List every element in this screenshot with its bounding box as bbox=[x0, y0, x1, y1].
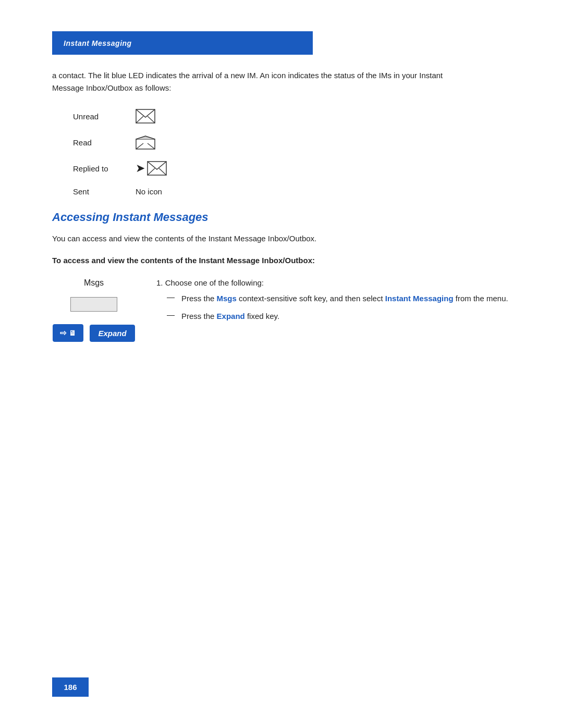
step-number: 1. Choose one of the following: bbox=[156, 278, 511, 287]
procedure-area: Msgs ⇨ 🖥 Expand 1. Choose one of the fol… bbox=[52, 278, 511, 342]
bullet-item-1: — Press the Msgs context-sensitive soft … bbox=[167, 292, 511, 305]
bullet-dash-1: — bbox=[167, 292, 177, 305]
expand-highlight: Expand bbox=[217, 312, 245, 320]
intro-paragraph: a contact. The lit blue LED indicates th… bbox=[52, 69, 448, 94]
icon-row-replied: Replied to ➤ bbox=[73, 161, 511, 176]
header-banner: Instant Messaging bbox=[52, 31, 313, 55]
svg-rect-3 bbox=[136, 139, 155, 149]
msgs-highlight: Msgs bbox=[217, 294, 237, 303]
read-envelope-icon bbox=[136, 135, 155, 150]
replied-envelope-icon bbox=[147, 161, 167, 176]
nav-button[interactable]: ⇨ 🖥 bbox=[53, 324, 83, 342]
icon-cell-read bbox=[136, 135, 177, 150]
bullet-dash-2: — bbox=[167, 310, 177, 323]
icon-row-unread: Unread bbox=[73, 109, 511, 124]
im-highlight: Instant Messaging bbox=[385, 294, 454, 303]
msgs-label: Msgs bbox=[84, 278, 104, 288]
reply-arrow-icon: ➤ bbox=[136, 162, 145, 175]
msgs-box bbox=[70, 297, 117, 312]
page-number-box: 186 bbox=[52, 677, 89, 697]
button-row: ⇨ 🖥 Expand bbox=[53, 324, 134, 342]
icon-row-sent: Sent No icon bbox=[73, 187, 511, 196]
steps-area: 1. Choose one of the following: — Press … bbox=[156, 278, 511, 342]
icon-label-sent: Sent bbox=[73, 187, 136, 196]
unread-envelope-icon bbox=[136, 109, 155, 124]
section-heading: Accessing Instant Messages bbox=[52, 211, 511, 224]
icon-label-read: Read bbox=[73, 138, 136, 147]
icon-cell-sent: No icon bbox=[136, 187, 177, 196]
bullet-text-2: Press the Expand fixed key. bbox=[181, 310, 511, 323]
icon-table: Unread Read bbox=[73, 109, 511, 196]
page: Instant Messaging a contact. The lit blu… bbox=[0, 0, 563, 728]
icon-cell-replied: ➤ bbox=[136, 161, 177, 176]
icon-row-read: Read bbox=[73, 135, 511, 150]
expand-button[interactable]: Expand bbox=[90, 325, 134, 342]
nav-arrow-icon: ⇨ bbox=[60, 328, 67, 338]
nav-icon: 🖥 bbox=[69, 329, 76, 337]
page-number: 186 bbox=[64, 683, 77, 692]
sent-no-icon-text: No icon bbox=[136, 187, 162, 196]
section-body: You can access and view the contents of … bbox=[52, 232, 448, 245]
header-banner-title: Instant Messaging bbox=[64, 39, 132, 47]
bullet-item-2: — Press the Expand fixed key. bbox=[167, 310, 511, 323]
icon-label-replied: Replied to bbox=[73, 164, 136, 173]
phone-diagram: Msgs ⇨ 🖥 Expand bbox=[52, 278, 136, 342]
icon-label-unread: Unread bbox=[73, 112, 136, 121]
icon-cell-unread bbox=[136, 109, 177, 124]
bold-instruction: To access and view the contents of the I… bbox=[52, 254, 448, 267]
bullet-text-1: Press the Msgs context-sensitive soft ke… bbox=[181, 292, 511, 305]
